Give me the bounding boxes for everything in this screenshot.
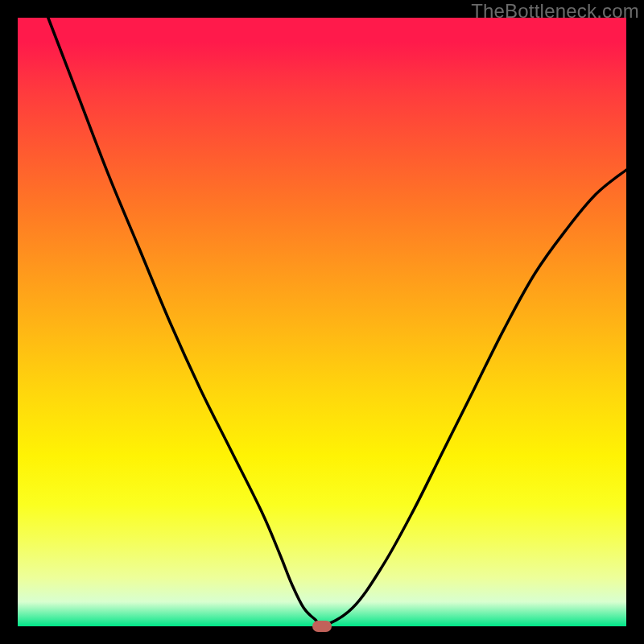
optimal-marker (312, 621, 332, 632)
chart-plot-area (18, 18, 626, 626)
bottleneck-curve (18, 18, 626, 626)
watermark-text: TheBottleneck.com (471, 0, 639, 23)
chart-frame: TheBottleneck.com (0, 0, 644, 644)
